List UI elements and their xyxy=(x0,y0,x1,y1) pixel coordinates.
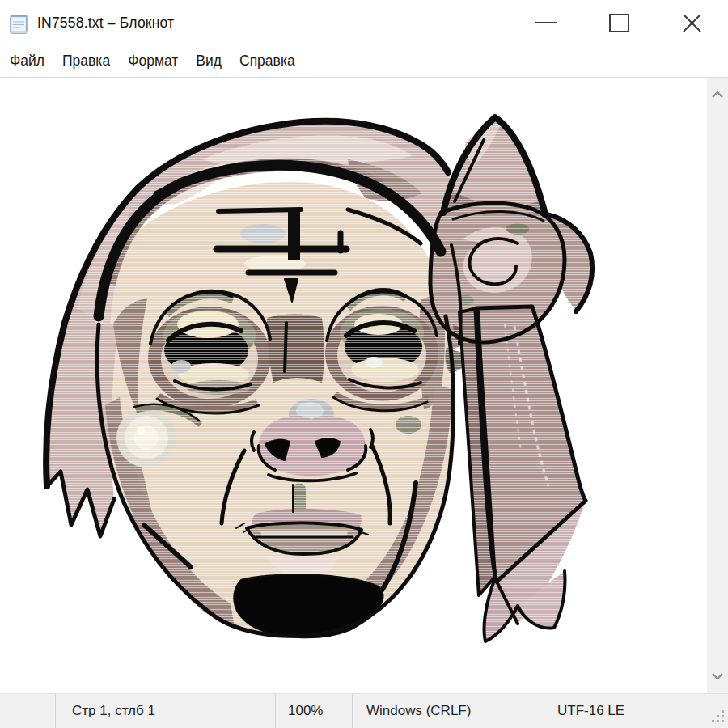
status-encoding: UTF-16 LE xyxy=(544,694,728,728)
close-icon xyxy=(681,12,703,34)
menu-bar: Файл Правка Формат Вид Справка xyxy=(0,45,728,78)
title-bar: IN7558.txt – Блокнот xyxy=(0,0,728,45)
text-editor-canvas[interactable] xyxy=(0,78,707,693)
menu-edit[interactable]: Правка xyxy=(53,53,119,70)
status-bar: Стр 1, стлб 1 100% Windows (CRLF) UTF-16… xyxy=(0,693,728,728)
maximize-icon xyxy=(609,14,629,32)
scroll-up-button[interactable] xyxy=(707,83,728,107)
chevron-up-icon xyxy=(711,90,724,99)
chevron-down-icon xyxy=(711,671,724,681)
status-spacer xyxy=(0,694,55,728)
status-line-ending: Windows (CRLF) xyxy=(352,694,544,728)
notepad-window: IN7558.txt – Блокнот Файл Правка Формат … xyxy=(0,0,728,728)
scroll-down-button[interactable] xyxy=(707,664,728,688)
status-zoom-level: 100% xyxy=(275,694,352,728)
window-controls xyxy=(510,0,728,45)
notepad-icon xyxy=(8,13,30,35)
resize-grip[interactable] xyxy=(722,720,724,722)
menu-file[interactable]: Файл xyxy=(1,53,53,70)
status-cursor-position: Стр 1, стлб 1 xyxy=(55,694,275,728)
close-button[interactable] xyxy=(655,0,728,45)
minimize-icon xyxy=(535,22,557,23)
status-encoding-label: UTF-16 LE xyxy=(557,703,624,719)
vertical-scrollbar[interactable] xyxy=(707,78,728,693)
minimize-button[interactable] xyxy=(510,0,582,45)
menu-help[interactable]: Справка xyxy=(231,53,304,70)
menu-format[interactable]: Формат xyxy=(119,53,187,70)
window-title: IN7558.txt – Блокнот xyxy=(37,15,174,32)
menu-view[interactable]: Вид xyxy=(187,53,231,70)
maximize-button[interactable] xyxy=(582,0,655,45)
ascii-art xyxy=(0,78,707,693)
